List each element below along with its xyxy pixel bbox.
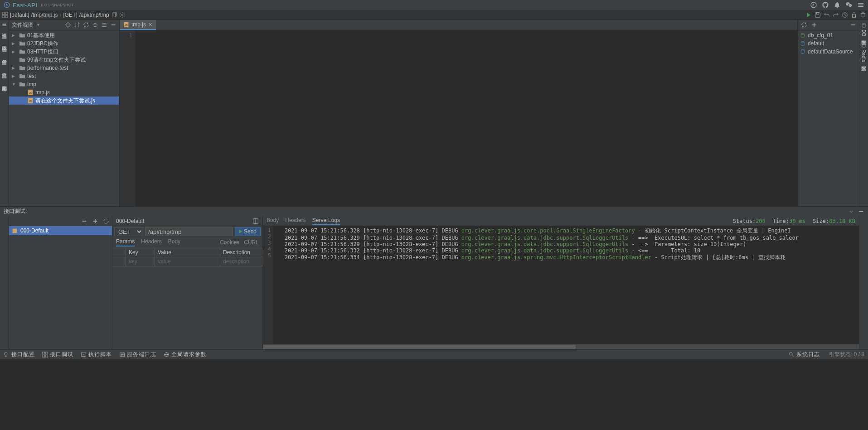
log-content[interactable]: 12345 2021-09-07 15:21:56.328 [http-nio-…: [263, 226, 859, 344]
db-item[interactable]: default: [798, 39, 859, 48]
crumb-method[interactable]: [GET]: [63, 12, 77, 18]
minus-icon[interactable]: [81, 218, 87, 224]
sync-icon[interactable]: [810, 1, 817, 9]
locate-icon[interactable]: [65, 22, 71, 28]
param-tab[interactable]: Body: [168, 238, 180, 246]
param-tab[interactable]: Params: [116, 238, 135, 246]
svg-text:JS: JS: [125, 23, 128, 26]
log-tab[interactable]: Headers: [285, 217, 305, 225]
tree-file[interactable]: JS请在这个文件夹下尝试.js: [9, 97, 119, 105]
crumb-default[interactable]: [default]: [10, 12, 29, 18]
gear-icon[interactable]: [119, 12, 126, 18]
footer-tab[interactable]: 接口调试: [42, 351, 73, 358]
plus-icon[interactable]: [92, 218, 98, 224]
db-item[interactable]: db_cfg_01: [798, 31, 859, 39]
bell-icon[interactable]: [834, 1, 841, 9]
lock-icon[interactable]: [851, 12, 857, 18]
menu-icon[interactable]: [857, 1, 864, 9]
send-button[interactable]: Send: [235, 227, 261, 236]
minus-icon[interactable]: [858, 208, 864, 215]
h-scrollbar[interactable]: [263, 344, 859, 349]
close-icon[interactable]: ✕: [148, 22, 152, 28]
panel-toggle-icon[interactable]: [252, 218, 259, 224]
save-icon[interactable]: [815, 12, 821, 18]
minus-icon[interactable]: [850, 22, 856, 28]
plus-icon[interactable]: [811, 22, 817, 28]
tree-folder[interactable]: ▶03HTTP接口: [9, 48, 119, 56]
log-tab[interactable]: ServerLogs: [312, 217, 340, 225]
panels-icon[interactable]: [2, 12, 8, 18]
sidebar-tab[interactable]: 接口列表: [1, 36, 8, 43]
expand-icon[interactable]: [92, 22, 98, 28]
tree-folder[interactable]: ▶01基本使用: [9, 31, 119, 39]
path-input[interactable]: [145, 227, 233, 236]
db-item[interactable]: defaultDataSource: [798, 48, 859, 56]
minus-icon[interactable]: [110, 22, 116, 28]
sidebar-tab[interactable]: 定时任务: [1, 49, 8, 56]
crumb-path[interactable]: /tmp/tmp.js: [31, 12, 58, 18]
sidebar-tab[interactable]: 初始化脚本: [1, 75, 8, 82]
param-tab[interactable]: Cookies: [220, 239, 239, 246]
history-icon[interactable]: [842, 12, 848, 18]
param-tab[interactable]: Headers: [141, 238, 161, 246]
log-panel: BodyHeadersServerLogs Status:200 Time:30…: [263, 216, 859, 349]
crumb-api[interactable]: /api/tmp/tmp: [79, 12, 109, 18]
chevron-down-icon[interactable]: [848, 208, 854, 215]
tree-file[interactable]: JStmp.js: [9, 88, 119, 97]
debug-sidebar-right: [859, 216, 868, 349]
svg-rect-5: [5, 15, 8, 17]
input-value[interactable]: value: [155, 257, 220, 266]
request-url-row: GET Send: [112, 226, 262, 237]
footer-tab[interactable]: 接口配置: [4, 351, 35, 358]
wechat-icon[interactable]: [845, 1, 853, 9]
sort-icon[interactable]: [74, 22, 80, 28]
request-item[interactable]: 000-Default: [9, 226, 112, 235]
input-desc[interactable]: description: [220, 257, 262, 266]
sidebar-tab[interactable]: Redis数据库: [860, 43, 867, 62]
svg-point-8: [121, 14, 123, 16]
collapse-icon[interactable]: [101, 22, 107, 28]
redo-icon[interactable]: [833, 12, 839, 18]
svg-rect-30: [43, 355, 45, 357]
crumb-sep: ›: [59, 12, 61, 18]
file-tree[interactable]: ▶01基本使用▶02JDBC操作▶03HTTP接口99请在tmp文件夹下尝试▶p…: [9, 30, 119, 206]
editor-body[interactable]: 1: [120, 30, 797, 206]
sidebar-right: DB数据库Redis数据库: [859, 20, 868, 206]
param-table: Key Value Description key value descript…: [112, 248, 262, 266]
refresh-icon[interactable]: [83, 22, 89, 28]
param-tab[interactable]: CURL: [244, 239, 259, 246]
log-tab[interactable]: Body: [267, 217, 279, 225]
copy-icon[interactable]: [111, 12, 117, 18]
input-key[interactable]: key: [126, 257, 155, 266]
tree-folder[interactable]: ▶test: [9, 72, 119, 80]
footer-tab[interactable]: 执行脚本: [81, 351, 112, 358]
sidebar-tab[interactable]: 资源文件: [1, 23, 8, 29]
svg-rect-3: [5, 12, 8, 14]
svg-text:JS: JS: [29, 92, 32, 94]
run-icon[interactable]: [805, 12, 812, 18]
scrollbar-handle[interactable]: [263, 345, 576, 349]
sidebar-tab[interactable]: 自定义扩展: [1, 62, 8, 69]
refresh-icon[interactable]: [801, 22, 807, 28]
search-icon: [789, 352, 795, 358]
editor-tab-tmp[interactable]: JS tmp.js ✕: [120, 20, 156, 30]
chevron-down-icon[interactable]: ▼: [36, 23, 40, 27]
footer-tab[interactable]: 全局请求参数: [164, 351, 207, 358]
refresh-icon[interactable]: [103, 218, 109, 224]
github-icon[interactable]: [822, 1, 829, 9]
editor-content[interactable]: [136, 30, 797, 206]
main-area: 资源文件接口列表定时任务自定义扩展初始化脚本 文件视图 ▼ ▶01基本使用▶02…: [0, 20, 868, 206]
log-gutter: 12345: [263, 226, 273, 344]
footer-syslog[interactable]: 系统日志: [789, 351, 820, 358]
sidebar-tab[interactable]: DB数据库: [860, 23, 867, 36]
footer-tab[interactable]: 服务端日志: [119, 351, 156, 358]
tree-folder[interactable]: 99请在tmp文件夹下尝试: [9, 56, 119, 64]
tree-folder[interactable]: ▶performance-test: [9, 64, 119, 72]
svg-point-22: [801, 50, 805, 51]
method-select[interactable]: GET: [114, 227, 143, 236]
row-checkbox[interactable]: [112, 257, 126, 266]
tree-folder[interactable]: ▶02JDBC操作: [9, 39, 119, 48]
trash-icon[interactable]: [860, 12, 866, 18]
tree-folder[interactable]: ▼tmp: [9, 80, 119, 88]
undo-icon[interactable]: [824, 12, 830, 18]
